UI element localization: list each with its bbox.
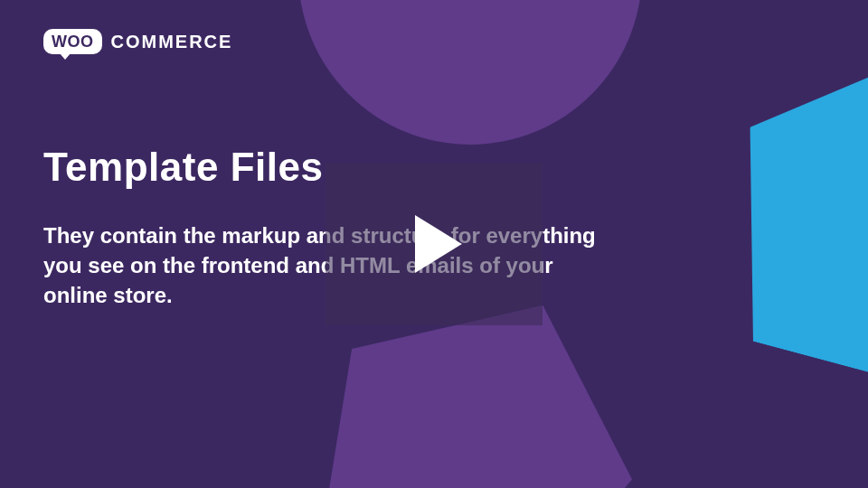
play-icon (415, 215, 462, 273)
video-slide: WOO COMMERCE Template Files They contain… (0, 0, 868, 488)
decorative-circle (298, 0, 642, 145)
play-button[interactable] (326, 163, 542, 325)
woocommerce-logo: WOO COMMERCE (43, 29, 232, 54)
logo-bubble: WOO (43, 29, 102, 54)
logo-text: COMMERCE (111, 32, 233, 52)
